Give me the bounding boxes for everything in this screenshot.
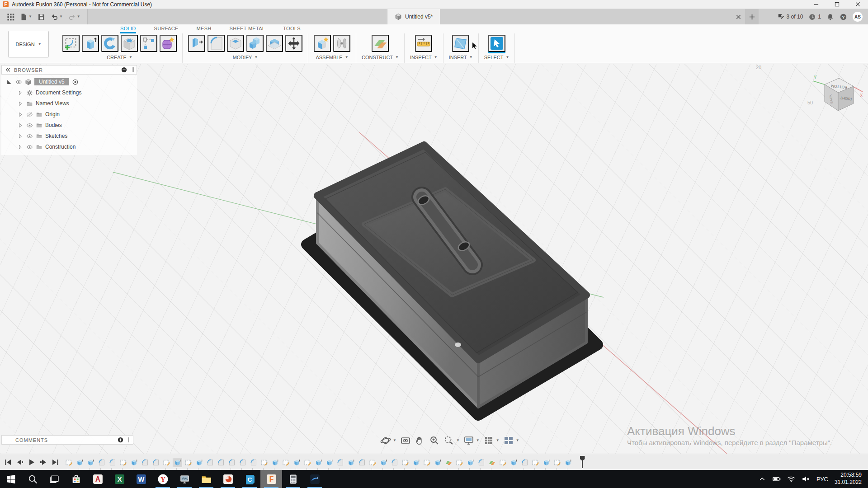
cura[interactable]: C — [239, 470, 260, 488]
timeline-feature-sketch[interactable] — [281, 458, 291, 467]
timeline-feature-sketch[interactable] — [64, 458, 74, 467]
browser-root-row[interactable]: Untitled v5 — [1, 76, 137, 87]
timeline-feature-fillet[interactable] — [249, 458, 258, 467]
close-button[interactable] — [847, 0, 868, 9]
model-body[interactable] — [307, 145, 598, 415]
file-explorer[interactable] — [195, 470, 217, 488]
viewport[interactable]: 20 50 BROWSER Untitled v5 Document Setti… — [0, 64, 868, 454]
panel-grip[interactable] — [128, 437, 130, 442]
timeline-feature-extrude[interactable] — [563, 458, 573, 467]
timeline-feature-sketch[interactable] — [118, 458, 128, 467]
timeline-feature-sketch[interactable] — [531, 458, 540, 467]
eye-hidden-icon[interactable] — [26, 111, 33, 118]
display-settings-button[interactable]: ▼ — [463, 435, 480, 446]
timeline-feature-extrude[interactable] — [75, 458, 85, 467]
job-status-button[interactable]: 1 — [808, 13, 821, 21]
new-component-button[interactable] — [314, 35, 331, 52]
collapse-chevrons-icon[interactable] — [5, 66, 11, 73]
browser-item-sketches[interactable]: Sketches — [1, 131, 137, 141]
new-tab-button[interactable] — [745, 9, 759, 24]
group-label-construct[interactable]: CONSTRUCT▼ — [362, 53, 399, 62]
fusion-360[interactable]: F — [260, 470, 282, 488]
timeline-feature-extrude[interactable] — [325, 458, 334, 467]
fit-button[interactable]: ▼ — [443, 435, 460, 446]
create-sketch-button[interactable] — [62, 35, 80, 52]
zoom-button[interactable] — [429, 435, 440, 446]
timeline-feature-extrude[interactable] — [129, 458, 139, 467]
measure-button[interactable] — [415, 35, 432, 52]
group-label-assemble[interactable]: ASSEMBLE▼ — [316, 53, 348, 62]
timeline-feature-fillet[interactable] — [476, 458, 486, 467]
timeline-feature-extrude[interactable] — [86, 458, 95, 467]
pan-button[interactable] — [415, 435, 425, 446]
photo-editor[interactable] — [304, 470, 326, 488]
calculator[interactable] — [282, 470, 304, 488]
comments-header[interactable]: COMMENTS — [1, 435, 133, 445]
expand-panel-icon[interactable] — [117, 436, 124, 443]
timeline-feature-extrude[interactable] — [292, 458, 302, 467]
clock[interactable]: 20:58:59 31.01.2022 — [835, 472, 862, 486]
timeline-feature-fillet[interactable] — [520, 458, 529, 467]
volume-muted-icon[interactable] — [801, 474, 810, 483]
expand-arrow-icon[interactable] — [17, 100, 24, 107]
select-button[interactable] — [488, 35, 505, 52]
timeline-feature-fillet[interactable] — [97, 458, 106, 467]
expand-arrow-icon[interactable] — [17, 133, 24, 140]
undo-button[interactable]: ▼ — [49, 12, 64, 22]
timeline-feature-fillet[interactable] — [335, 458, 345, 467]
wifi-icon[interactable] — [787, 474, 796, 483]
step-forward-button[interactable] — [39, 458, 48, 467]
expand-arrow-icon[interactable] — [17, 89, 24, 96]
play-button[interactable] — [27, 458, 36, 467]
redo-button[interactable]: ▼ — [67, 12, 82, 22]
timeline-feature-fillet[interactable] — [357, 458, 367, 467]
revolve-button[interactable] — [101, 35, 118, 52]
timeline-feature-extrude[interactable] — [509, 458, 519, 467]
group-label-insert[interactable]: INSERT▼ — [449, 53, 473, 62]
close-tab-button[interactable] — [731, 9, 745, 24]
timeline-feature-sketch[interactable] — [184, 458, 193, 467]
eye-icon[interactable] — [26, 133, 33, 140]
timeline-feature-sketch[interactable] — [303, 458, 312, 467]
yandex-browser[interactable]: Y — [152, 470, 174, 488]
document-tab[interactable]: Untitled v5* — [387, 9, 440, 24]
account-avatar[interactable]: AS — [853, 12, 863, 22]
browser-header[interactable]: BROWSER — [1, 65, 137, 75]
panel-grip[interactable] — [132, 67, 134, 72]
timeline-feature-extrude[interactable] — [466, 458, 475, 467]
timeline-feature-extrude[interactable] — [379, 458, 388, 467]
fillet-tool-button[interactable] — [208, 35, 225, 52]
combine-button[interactable] — [246, 35, 264, 52]
save-button[interactable] — [36, 12, 47, 22]
maximize-button[interactable] — [826, 0, 847, 9]
notifications-button[interactable] — [826, 13, 834, 21]
help-button[interactable]: ? — [840, 13, 847, 21]
browser-item-document-settings[interactable]: Document Settings — [1, 87, 137, 98]
orbit-button[interactable]: ▼ — [380, 435, 396, 446]
hidden-icons-button[interactable] — [758, 474, 767, 483]
tab-mesh[interactable]: MESH — [197, 26, 212, 33]
microsoft-store[interactable] — [65, 470, 87, 488]
tab-surface[interactable]: SURFACE — [154, 26, 179, 33]
create-form-button[interactable] — [160, 35, 177, 52]
group-label-create[interactable]: CREATE▼ — [107, 53, 132, 62]
autocad[interactable]: A — [87, 470, 108, 488]
shell-button[interactable] — [227, 35, 244, 52]
go-to-end-button[interactable] — [51, 458, 60, 467]
timeline-feature-extrude[interactable] — [346, 458, 356, 467]
timeline-feature-sketch[interactable] — [422, 458, 432, 467]
view-cube[interactable]: Y X BOTTOM RIGHT BACK — [809, 66, 866, 118]
browser-item-bodies[interactable]: Bodies — [1, 120, 137, 131]
timeline-feature-extrude[interactable] — [542, 458, 551, 467]
timeline-feature-extrude[interactable] — [194, 458, 204, 467]
timeline-feature-plane[interactable] — [487, 458, 497, 467]
move-button[interactable] — [285, 35, 302, 52]
timeline-feature-sketch[interactable] — [552, 458, 562, 467]
app-launcher-button[interactable] — [5, 12, 16, 22]
timeline-feature-plane[interactable] — [444, 458, 453, 467]
split-body-button[interactable] — [266, 35, 283, 52]
task-view-button[interactable] — [43, 470, 65, 488]
look-at-button[interactable] — [400, 435, 411, 446]
timeline-feature-extrude[interactable] — [433, 458, 443, 467]
battery-icon[interactable] — [772, 474, 781, 483]
